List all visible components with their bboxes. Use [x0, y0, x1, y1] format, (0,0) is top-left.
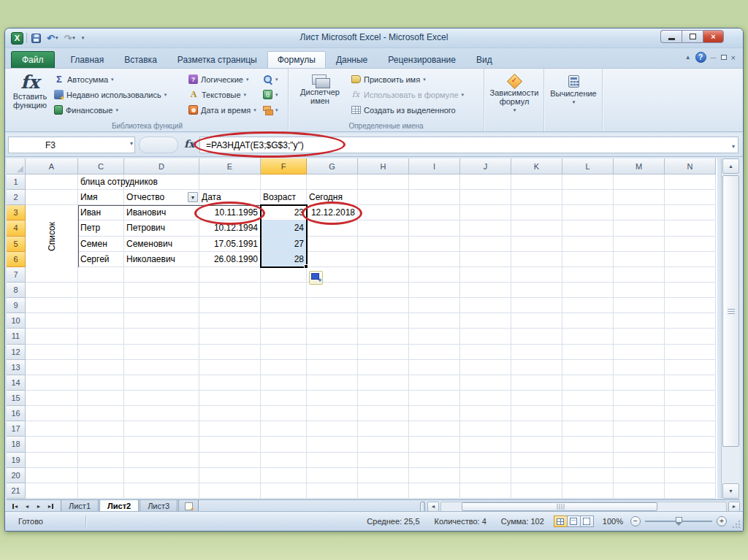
cell-C12[interactable] [78, 345, 124, 360]
cell-L6[interactable] [562, 252, 614, 267]
cell-F2[interactable]: Возраст [261, 190, 307, 205]
cell-M12[interactable] [614, 345, 665, 360]
cell-N18[interactable] [665, 437, 716, 452]
tab-file[interactable]: Файл [11, 51, 55, 68]
cell-K11[interactable] [511, 329, 562, 344]
cell-M14[interactable] [614, 375, 665, 391]
cell-M17[interactable] [614, 421, 665, 437]
cell-A21[interactable] [26, 483, 78, 499]
cell-A1[interactable] [26, 174, 78, 190]
cell-I10[interactable] [409, 313, 460, 329]
cell-E5[interactable]: 17.05.1991 [199, 237, 261, 252]
cell-K8[interactable] [511, 283, 562, 298]
cell-H21[interactable] [358, 483, 409, 499]
cell-G18[interactable] [307, 437, 358, 452]
cell-A9[interactable] [26, 298, 78, 313]
cell-E17[interactable] [199, 421, 261, 437]
logical-button[interactable]: ? Логические ▾ [186, 72, 259, 87]
cell-D14[interactable] [124, 375, 199, 391]
cell-D8[interactable] [124, 283, 199, 298]
cell-G1[interactable] [307, 174, 358, 190]
name-box[interactable]: F3 ▾ [8, 137, 135, 153]
cell-N8[interactable] [665, 283, 716, 298]
cell-M11[interactable] [614, 329, 665, 344]
cell-E4[interactable]: 10.12.1994 [199, 220, 261, 236]
filter-dropdown-button[interactable]: ▼ [188, 192, 198, 202]
cell-H15[interactable] [358, 391, 409, 406]
cell-M3[interactable] [614, 205, 665, 220]
cell-L14[interactable] [562, 375, 614, 391]
zoom-in-button[interactable]: + [717, 516, 727, 526]
cell-D16[interactable] [124, 406, 199, 421]
cell-M20[interactable] [614, 468, 665, 483]
cell-H10[interactable] [358, 313, 409, 329]
cell-L15[interactable] [562, 391, 614, 406]
column-header-F[interactable]: F [261, 158, 307, 174]
cell-D7[interactable] [124, 267, 199, 283]
tab-data[interactable]: Данные [326, 51, 378, 68]
cell-K16[interactable] [511, 406, 562, 421]
autofill-options-button[interactable] [309, 271, 323, 285]
cell-E15[interactable] [199, 391, 261, 406]
normal-view-button[interactable] [554, 515, 568, 527]
cell-L5[interactable] [562, 237, 614, 252]
cell-H1[interactable] [358, 174, 409, 190]
cell-I4[interactable] [409, 220, 460, 236]
row-header-8[interactable]: 8 [7, 283, 26, 298]
cell-K20[interactable] [511, 468, 562, 483]
cell-C8[interactable] [78, 283, 124, 298]
cell-L18[interactable] [562, 437, 614, 452]
cell-H19[interactable] [358, 453, 409, 468]
cell-J6[interactable] [460, 252, 511, 267]
cell-K2[interactable] [511, 190, 562, 205]
column-header-A[interactable]: A [26, 158, 78, 174]
cell-K19[interactable] [511, 453, 562, 468]
cell-N21[interactable] [665, 483, 716, 499]
cell-C13[interactable] [78, 360, 124, 375]
resize-grip[interactable] [732, 520, 741, 529]
cell-L16[interactable] [562, 406, 614, 421]
cell-K13[interactable] [511, 360, 562, 375]
row-header-2[interactable]: 2 [7, 190, 26, 205]
cell-H3[interactable] [358, 205, 409, 220]
cell-M8[interactable] [614, 283, 665, 298]
cell-E19[interactable] [199, 453, 261, 468]
zoom-level[interactable]: 100% [603, 517, 623, 526]
create-from-selection-button[interactable]: Создать из выделенного [348, 102, 466, 118]
formula-auditing-button[interactable]: ✓ Зависимости формул ▾ [487, 70, 541, 129]
cell-J21[interactable] [460, 483, 511, 499]
cell-F10[interactable] [261, 313, 307, 329]
cell-C21[interactable] [78, 483, 124, 499]
cell-H11[interactable] [358, 329, 409, 344]
cell-A19[interactable] [26, 453, 78, 468]
autosum-button[interactable]: Σ Автосумма ▾ [52, 72, 169, 87]
cell-C11[interactable] [78, 329, 124, 344]
cell-C17[interactable] [78, 421, 124, 437]
cell-K5[interactable] [511, 237, 562, 252]
cell-F21[interactable] [261, 483, 307, 499]
define-name-button[interactable]: Присвоить имя ▾ [348, 72, 466, 87]
cell-A20[interactable] [26, 468, 78, 483]
cell-I2[interactable] [409, 190, 460, 205]
cell-C14[interactable] [78, 375, 124, 391]
cell-H20[interactable] [358, 468, 409, 483]
cell-D9[interactable] [124, 298, 199, 313]
cell-A8[interactable] [26, 283, 78, 298]
cell-E8[interactable] [199, 283, 261, 298]
row-header-21[interactable]: 21 [7, 483, 26, 499]
cell-G9[interactable] [307, 298, 358, 313]
cell-J5[interactable] [460, 237, 511, 252]
cell-I6[interactable] [409, 252, 460, 267]
fill-handle[interactable] [304, 264, 308, 269]
cell-E14[interactable] [199, 375, 261, 391]
previous-sheet-button[interactable]: ◄ [21, 502, 33, 512]
cell-F14[interactable] [261, 375, 307, 391]
cell-F17[interactable] [261, 421, 307, 437]
cell-N9[interactable] [665, 298, 716, 313]
cell-I15[interactable] [409, 391, 460, 406]
cell-C16[interactable] [78, 406, 124, 421]
cell-G14[interactable] [307, 375, 358, 391]
cell-G3[interactable]: 12.12.2018 [307, 205, 358, 220]
cell-G6[interactable] [307, 252, 358, 267]
workbook-close-button[interactable]: × [731, 53, 736, 62]
